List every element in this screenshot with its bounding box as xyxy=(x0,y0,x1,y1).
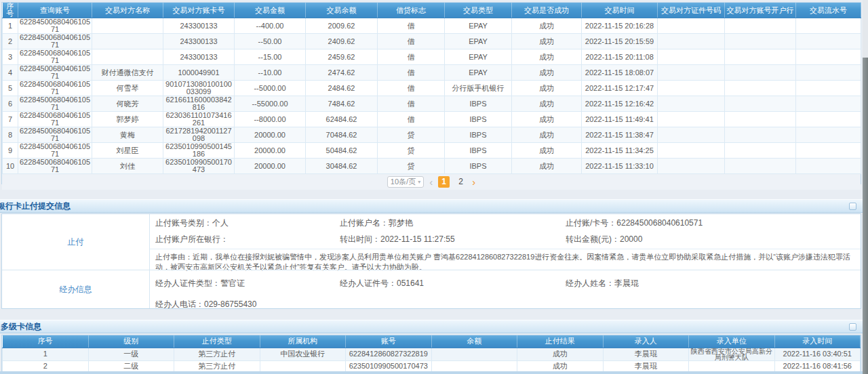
table-row: 1 一级 第三方止付 中国农业银行 6228412860827322819 成功… xyxy=(3,348,861,360)
cell-balance: 2009.62 xyxy=(306,18,378,34)
field-transfer-time: 转出时间：2022-11-15 11:27:55 xyxy=(340,232,566,247)
cell-type: 分行版手机银行 xyxy=(445,81,512,96)
cell-stop-result: 成功 xyxy=(517,360,604,372)
cell-type: IBPS xyxy=(445,96,512,112)
cell-bank xyxy=(725,65,796,81)
collapse-button[interactable] xyxy=(849,323,856,331)
vertical-scrollbar[interactable] xyxy=(863,0,868,374)
cell-balance: 30484.62 xyxy=(306,159,378,174)
cell-time: 2022-11-15 11:33:10 xyxy=(582,159,658,174)
cell-serial xyxy=(796,18,861,34)
cell-time: 2022-11-15 20:15:59 xyxy=(582,34,658,49)
cell-counterparty-card: 6235010990500170473 xyxy=(163,159,235,174)
cell-counterparty-name: 刘佳 xyxy=(92,159,163,174)
cell-query-account: 6228450068040610571 xyxy=(18,49,92,65)
cell-balance: 2459.62 xyxy=(306,49,378,65)
cell-flag: 借 xyxy=(378,81,445,96)
cell-bank xyxy=(725,159,796,174)
cell-bank xyxy=(725,127,796,143)
col-header-entered-by: 录入人 xyxy=(603,335,689,348)
page-size-select[interactable]: 10条/页 ▾ xyxy=(387,176,424,188)
table-row: 86228450068040610571黄梅621728194200112709… xyxy=(3,127,861,143)
cell-flag: 借 xyxy=(378,34,445,49)
stop-payment-row: 止付 止付账号类别：个人 止付账户名：郭梦艳 止付账/卡号：6228450068… xyxy=(2,214,861,270)
cell-serial xyxy=(796,127,861,143)
cell-amount: 20000.00 xyxy=(235,159,306,174)
cell-time: 2022-11-15 20:11:08 xyxy=(582,49,658,65)
cell-success: 成功 xyxy=(512,159,582,174)
cell-time: 2022-11-15 18:08:07 xyxy=(582,65,658,81)
cell-stop-result: 成功 xyxy=(517,348,604,360)
cell-type: EPAY xyxy=(445,65,512,81)
page-1-button[interactable]: 1 xyxy=(438,176,450,188)
field-agent-id-type: 经办人证件类型：警官证 xyxy=(155,275,340,291)
page-2-button[interactable]: 2 xyxy=(455,176,467,188)
col-header-entry-unit: 录入单位 xyxy=(689,335,775,348)
cell-seq: 7 xyxy=(3,112,18,127)
section-title: 多级卡信息 xyxy=(1,322,41,331)
field-row: 止付账号类别：个人 止付账户名：郭梦艳 止付账/卡号：6228450068040… xyxy=(150,214,861,230)
cell-id-no xyxy=(658,49,725,65)
cell-serial xyxy=(796,112,861,127)
cell-id-no xyxy=(658,159,725,174)
cell-success: 成功 xyxy=(512,81,582,96)
collapse-button[interactable] xyxy=(849,203,856,210)
cell-success: 成功 xyxy=(512,143,582,159)
cell-institution: 中国农业银行 xyxy=(260,348,346,360)
cell-type: IBPS xyxy=(445,112,512,127)
scrollbar-thumb[interactable] xyxy=(863,58,868,374)
cell-counterparty-card: 243300133 xyxy=(163,49,235,65)
field-agent-phone: 经办人电话：029-86755430 xyxy=(155,296,340,312)
col-header-counterparty-id: 交易对方证件号码 xyxy=(658,3,725,18)
cell-balance: 2474.62 xyxy=(306,65,378,81)
bottom-border-strip xyxy=(0,371,863,374)
cell-counterparty-card: 243300133 xyxy=(163,34,235,49)
field-row: 经办人电话：029-86755430 xyxy=(150,291,861,312)
cell-entry-time: 2022-11-16 08:41:56 xyxy=(774,360,861,372)
cell-serial xyxy=(796,81,861,96)
cell-success: 成功 xyxy=(512,34,582,49)
cell-flag: 贷 xyxy=(378,127,445,143)
cell-bank xyxy=(725,143,796,159)
cell-amount: --15.00 xyxy=(235,49,306,65)
multi-level-card-panel: 序号 级别 止付类型 所属机构 账号 余额 止付结果 录入人 录入单位 录入时间… xyxy=(1,335,861,371)
cell-flag: 贷 xyxy=(378,159,445,174)
field-row: 止付账户所在银行： 转出时间：2022-11-15 11:27:55 转出金额(… xyxy=(150,230,861,247)
table-row: 2 二级 第三方止付 6235010990500170473 成功 李晨琨 20… xyxy=(3,360,861,372)
table-row: 46228450068040610571财付通微信支付1000049901--1… xyxy=(3,65,861,81)
cell-seq: 2 xyxy=(3,34,18,49)
col-header-seq: 序号 xyxy=(3,3,18,18)
cell-time: 2022-11-15 11:38:47 xyxy=(582,127,658,143)
cell-flag: 借 xyxy=(378,18,445,34)
col-header-txn-success: 交易是否成功 xyxy=(512,3,582,18)
cell-seq: 5 xyxy=(3,81,18,96)
cell-type: IBPS xyxy=(445,127,512,143)
table-row: 76228450068040610571郭梦婷62303611010734162… xyxy=(3,112,861,127)
cell-seq: 1 xyxy=(3,18,18,34)
cell-amount: --5000.00 xyxy=(235,81,306,96)
field-account-bank: 止付账户所在银行： xyxy=(155,232,340,247)
cell-flag: 借 xyxy=(378,96,445,112)
col-header-debit-credit-flag: 借贷标志 xyxy=(378,3,445,18)
cell-success: 成功 xyxy=(512,18,582,34)
cell-counterparty-card: 1000049901 xyxy=(163,65,235,81)
col-header-stop-result: 止付结果 xyxy=(517,335,604,348)
cell-serial xyxy=(796,96,861,112)
stop-payment-section-header: 银行卡止付提交信息 xyxy=(0,199,863,213)
cell-query-account: 6228450068040610571 xyxy=(18,143,92,159)
prev-page-button[interactable]: ‹ xyxy=(429,177,433,187)
cell-bank xyxy=(725,96,796,112)
cell-counterparty-name xyxy=(92,34,163,49)
cell-serial xyxy=(796,34,861,49)
cell-serial xyxy=(796,65,861,81)
cell-type: EPAY xyxy=(445,34,512,49)
table-row: 96228450068040610571刘星臣62350109905001451… xyxy=(3,143,861,159)
cell-balance xyxy=(431,348,517,360)
cell-counterparty-card: 6235010990500145186 xyxy=(163,143,235,159)
table-row: 56228450068040610571何雪琴90107130801001000… xyxy=(3,81,861,96)
cell-bank xyxy=(725,81,796,96)
next-page-button[interactable]: › xyxy=(472,177,475,187)
cell-amount: --10.00 xyxy=(235,65,306,81)
multi-level-card-table: 序号 级别 止付类型 所属机构 账号 余额 止付结果 录入人 录入单位 录入时间… xyxy=(2,335,861,373)
field-card-number: 止付账/卡号：6228450068040610571 xyxy=(566,216,861,230)
